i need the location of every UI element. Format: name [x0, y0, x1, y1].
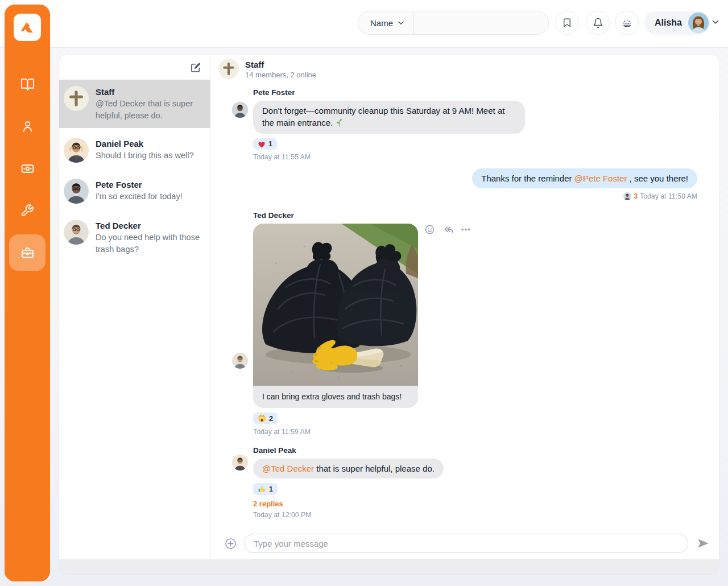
message-text: Thanks for the reminder — [481, 174, 574, 183]
reaction-count: 1 — [269, 485, 273, 493]
search-input[interactable] — [414, 11, 548, 34]
conversation-texts: Staff @Ted Decker that is super helpful,… — [96, 86, 203, 122]
conversation-preview: Do you need help with those trash bags? — [96, 232, 203, 255]
channel-title: Staff — [245, 59, 316, 70]
rail-item-giving[interactable] — [9, 150, 46, 187]
channel-cross-avatar — [218, 59, 239, 79]
chevron-down-icon — [398, 21, 404, 25]
user-menu-chevron-icon[interactable] — [712, 20, 719, 24]
reaction-count: 2 — [269, 415, 273, 423]
message-sender: Daniel Peak — [253, 445, 444, 456]
conversation-list-header — [59, 55, 210, 80]
search-filter-dropdown[interactable]: Name — [358, 11, 413, 34]
reaction-astonished[interactable]: 2 — [253, 412, 278, 424]
mention-pete-foster[interactable]: @Pete Foster — [574, 174, 627, 183]
astonished-face-emoji — [258, 414, 266, 423]
channel-header-texts: Staff 14 members, 2 online — [245, 59, 316, 80]
more-options-icon[interactable] — [461, 228, 470, 231]
reply-icon[interactable] — [442, 225, 453, 234]
reaction-thumbs-up[interactable]: 1 — [253, 483, 278, 495]
compose-icon[interactable] — [190, 62, 201, 73]
panel-footer — [59, 559, 719, 575]
person-icon — [20, 119, 35, 134]
banknote-icon — [20, 162, 35, 176]
bookmarks-button[interactable] — [555, 11, 579, 35]
conversation-title: Daniel Peak — [96, 138, 194, 150]
message-timestamp: Today at 11:58 AM — [640, 192, 697, 200]
mention-ted-decker[interactable]: @Ted Decker — [262, 464, 314, 473]
thread-replies-link[interactable]: 2 replies — [253, 500, 444, 508]
reaction-count: 1 — [268, 140, 272, 148]
message-pete-foster: Pete Foster Don't forget—community clean… — [253, 88, 525, 162]
ted-decker-avatar — [232, 353, 248, 369]
notifications-button[interactable] — [586, 11, 610, 35]
message-text: Don't forget—community cleanup this Satu… — [262, 106, 504, 127]
bookmark-icon — [562, 18, 572, 28]
conversation-texts: Daniel Peak Should I bring this as well? — [96, 138, 194, 162]
rail-item-library[interactable] — [9, 66, 46, 102]
message-bubble: @Ted Decker that is super helpful, pleas… — [253, 459, 444, 478]
attach-plus-icon[interactable] — [225, 538, 237, 550]
conversation-preview: Should I bring this as well? — [96, 150, 194, 162]
message-sender: Ted Decker — [253, 211, 418, 221]
search-filter-label: Name — [370, 18, 393, 28]
conversation-list: Staff @Ted Decker that is super helpful,… — [59, 55, 210, 559]
thumbs-up-emoji — [258, 485, 266, 493]
conversation-item-staff[interactable]: Staff @Ted Decker that is super helpful,… — [59, 80, 210, 128]
app-rail — [5, 5, 50, 581]
channel-header: Staff 14 members, 2 online — [218, 59, 316, 80]
message-bubble: Don't forget—community cleanup this Satu… — [253, 101, 525, 134]
pete-foster-avatar — [623, 192, 631, 200]
channel-member-count: 14 members, 2 online — [245, 70, 316, 80]
message-sender: Pete Foster — [253, 88, 525, 98]
rail-item-tools[interactable] — [9, 192, 46, 229]
message-bubble: Thanks for the reminder @Pete Foster , s… — [472, 168, 697, 188]
rail-item-people[interactable] — [9, 108, 46, 145]
conversation-preview: I'm so excited for today! — [96, 191, 183, 203]
chat-area: Staff 14 members, 2 online Pete Foster D… — [210, 55, 719, 559]
chat-panel-body: Staff @Ted Decker that is super helpful,… — [59, 55, 719, 559]
message-ted-decker: Ted Decker — [253, 211, 418, 436]
reaction-heart[interactable]: 1 — [253, 138, 277, 150]
message-outgoing: Thanks for the reminder @Pete Foster , s… — [472, 168, 697, 200]
conversation-title: Staff — [96, 86, 203, 98]
rail-nav — [9, 66, 46, 271]
theme-toggle-button[interactable] — [615, 11, 639, 35]
message-actions — [425, 225, 470, 234]
user-name: Alisha — [655, 18, 682, 28]
daniel-peak-avatar — [64, 138, 89, 163]
wrench-icon — [20, 204, 34, 217]
message-input[interactable] — [244, 534, 688, 553]
emoji-react-icon[interactable] — [425, 225, 435, 234]
channel-cross-avatar — [64, 86, 89, 111]
pete-foster-avatar — [64, 179, 89, 204]
message-timestamp: Today at 11:55 AM — [253, 153, 525, 162]
message-timestamp: Today at 11:59 AM — [253, 428, 418, 436]
message-text: I can bring extra gloves and trash bags! — [253, 386, 418, 408]
conversation-preview: @Ted Decker that is super helpful, pleas… — [96, 98, 203, 122]
user-menu[interactable]: Alisha — [644, 11, 710, 35]
chat-panel: Staff @Ted Decker that is super helpful,… — [59, 55, 719, 575]
conversation-texts: Ted Decker Do you need help with those t… — [96, 220, 203, 255]
rock-logo-mark — [18, 18, 37, 37]
rock-logo[interactable] — [14, 14, 41, 41]
herb-emoji — [335, 118, 344, 130]
red-heart-emoji — [258, 141, 266, 148]
bell-icon — [593, 18, 603, 28]
open-book-icon — [20, 77, 35, 92]
conversation-item-ted-decker[interactable]: Ted Decker Do you need help with those t… — [59, 213, 210, 262]
conversation-item-pete-foster[interactable]: Pete Foster I'm so excited for today! — [59, 172, 210, 210]
rail-item-workspace[interactable] — [9, 234, 46, 271]
user-avatar — [688, 13, 709, 33]
read-receipt: 3 Today at 11:58 AM — [623, 192, 697, 200]
trash-bags-photo[interactable] — [253, 224, 418, 386]
briefcase-icon — [20, 246, 35, 260]
app-root: Name — [0, 0, 728, 586]
search-bar: Name — [358, 11, 549, 35]
conversation-item-daniel-peak[interactable]: Daniel Peak Should I bring this as well? — [59, 131, 210, 169]
daniel-peak-avatar — [232, 455, 248, 471]
send-icon[interactable] — [696, 537, 710, 550]
read-count: 3 — [634, 192, 638, 200]
pete-foster-avatar — [232, 102, 248, 118]
message-text: that is super helpful, please do. — [314, 464, 435, 473]
